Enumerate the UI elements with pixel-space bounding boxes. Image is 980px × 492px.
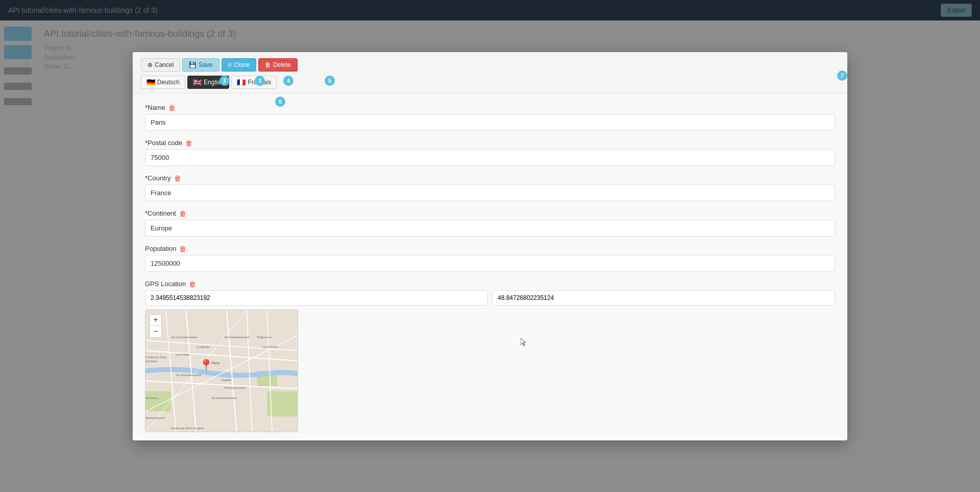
field-group-name: *Name 🗑 (145, 104, 835, 131)
step-badge-5: 5 (325, 76, 335, 86)
name-label-text: *Name (145, 104, 165, 111)
svg-text:Germain: Germain (145, 360, 157, 363)
svg-text:Faubourg Saint-: Faubourg Saint- (145, 356, 167, 359)
population-required-icon: 🗑 (179, 245, 186, 253)
svg-rect-2 (145, 391, 171, 411)
en-flag: 🇬🇧 (193, 78, 202, 86)
delete-button[interactable]: 🗑 Delete (258, 58, 298, 72)
cancel-icon: ⊕ (148, 61, 153, 68)
clone-button[interactable]: ⎘ Clone (222, 58, 256, 72)
continent-input[interactable] (145, 220, 835, 237)
field-group-postal: *Postal code 🗑 (145, 139, 835, 166)
step-badge-2: 2 (219, 76, 230, 86)
clone-label: Clone (234, 61, 250, 68)
step-badge-4: 4 (283, 76, 293, 86)
field-group-gps: GPS Location 🗑 (145, 280, 835, 432)
continent-label: *Continent 🗑 (145, 209, 835, 218)
action-buttons-row: ⊕ Cancel 💾 Save ⎘ Clone 🗑 Delete (141, 58, 839, 72)
save-button[interactable]: 💾 Save (182, 58, 219, 72)
population-label-text: Population (145, 245, 176, 252)
country-required-icon: 🗑 (174, 174, 181, 182)
gps-required-icon: 🗑 (189, 280, 196, 288)
country-label: *Country 🗑 (145, 174, 835, 182)
postal-required-icon: 🗑 (185, 139, 192, 147)
field-group-population: Population 🗑 (145, 245, 835, 272)
svg-text:Bastille: Bastille (222, 378, 232, 381)
gps-label-text: GPS Location (145, 280, 186, 288)
svg-text:Faubourg Anton...: Faubourg Anton... (224, 386, 249, 389)
language-tabs-row: 🇩🇪 Deutsch 🇬🇧 English 🇫🇷 Français (141, 76, 839, 89)
postal-label: *Postal code 🗑 (145, 139, 835, 147)
population-label: Population 🗑 (145, 245, 835, 253)
lang-tab-de[interactable]: 🇩🇪 Deutsch (141, 76, 185, 89)
step-badge-3: 3 (255, 76, 265, 86)
field-group-country: *Country 🗑 (145, 174, 835, 201)
step-badge-6: 6 (275, 97, 285, 107)
svg-text:Popincourt: Popincourt (257, 335, 272, 338)
svg-text:Montparnasse: Montparnasse (145, 416, 165, 419)
step-badge-7: 7 (837, 71, 847, 81)
gps-label: GPS Location 🗑 (145, 280, 835, 288)
modal-overlay: 2 3 4 5 6 7 ⊕ Cancel 💾 Save ⎘ Clone (0, 0, 980, 492)
modal-content: *Name 🗑 *Postal code 🗑 *Country 🗑 (133, 93, 847, 440)
lang-tab-fr[interactable]: 🇫🇷 Français (231, 76, 277, 89)
name-label: *Name 🗑 (145, 104, 835, 112)
map-zoom-in-button[interactable]: + (150, 315, 161, 326)
population-input[interactable] (145, 255, 835, 272)
clone-icon: ⎘ (228, 61, 232, 68)
fr-flag: 🇫🇷 (237, 78, 246, 86)
map-zoom-out-button[interactable]: − (150, 326, 161, 337)
field-group-continent: *Continent 🗑 (145, 209, 835, 237)
delete-label: Delete (273, 61, 291, 68)
country-label-text: *Country (145, 174, 171, 182)
modal-dialog: 2 3 4 5 6 7 ⊕ Cancel 💾 Save ⎘ Clone (133, 52, 847, 440)
svg-text:Le Marais: Le Marais (196, 345, 209, 348)
svg-text:3e Arrondissement: 3e Arrondissement (224, 335, 250, 338)
continent-required-icon: 🗑 (179, 209, 186, 218)
cancel-label: Cancel (155, 61, 174, 68)
country-input[interactable] (145, 184, 835, 201)
gps-latitude-input[interactable] (492, 290, 835, 306)
svg-text:4e Arrondissement: 4e Arrondissement (176, 373, 202, 376)
gps-coords-row (145, 290, 835, 306)
svg-text:Les Halles: Les Halles (176, 353, 190, 356)
cancel-button[interactable]: ⊕ Cancel (141, 58, 180, 72)
de-label: Deutsch (157, 79, 180, 86)
modal-toolbar: ⊕ Cancel 💾 Save ⎘ Clone 🗑 Delete (133, 52, 847, 93)
name-input[interactable] (145, 114, 835, 131)
gps-longitude-input[interactable] (145, 290, 488, 306)
map-svg: Paris 3e Arrondissement 1er Arrondisseme… (145, 310, 298, 432)
postal-input[interactable] (145, 149, 835, 166)
save-label: Save (199, 61, 212, 68)
save-icon: 💾 (189, 61, 197, 68)
name-required-icon: 🗑 (168, 104, 176, 112)
svg-text:Faubourg Saint-Jacques: Faubourg Saint-Jacques (171, 427, 204, 430)
map-location-pin: 📍 (199, 359, 214, 373)
postal-label-text: *Postal code (145, 139, 182, 147)
delete-icon: 🗑 (265, 61, 271, 68)
continent-label-text: *Continent (145, 209, 176, 217)
map-controls: + − (150, 314, 162, 338)
svg-text:11e Arrondi...: 11e Arrondi... (262, 345, 280, 348)
map-container[interactable]: Paris 3e Arrondissement 1er Arrondisseme… (145, 310, 298, 432)
svg-text:6e Arron...: 6e Arron... (145, 396, 160, 399)
svg-text:1er Arrondissement: 1er Arrondissement (171, 335, 198, 338)
de-flag: 🇩🇪 (146, 78, 155, 86)
svg-text:5e Arrondissement: 5e Arrondissement (211, 396, 237, 399)
